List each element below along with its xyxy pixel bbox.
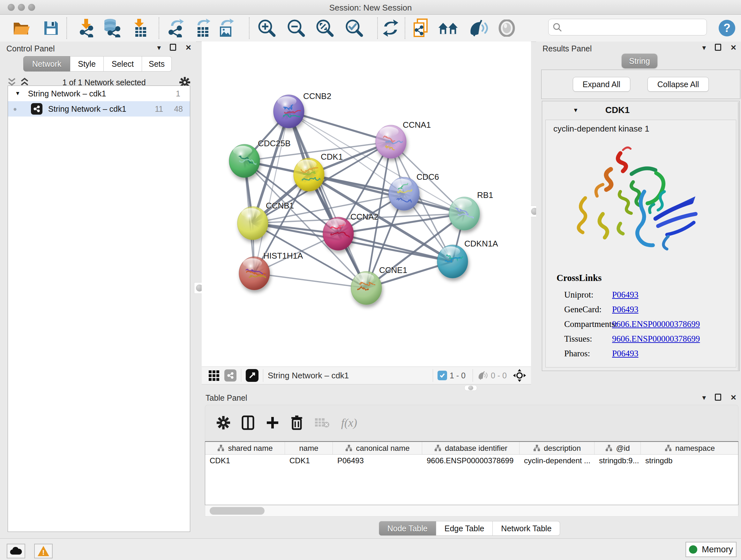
network-row[interactable]: ● String Network – cdk1 11 48: [8, 101, 190, 117]
gene-section-header[interactable]: ▼ CDK1: [542, 101, 739, 119]
create-column-icon[interactable]: [266, 416, 279, 429]
crosslink-link[interactable]: P06493: [612, 305, 638, 314]
save-session-button[interactable]: [41, 18, 61, 38]
cytoscape-app: Session: New Session: [0, 0, 741, 560]
panel-close-icon[interactable]: ✕: [731, 393, 737, 401]
network-edge-CCNB2-CCNE1[interactable]: [289, 111, 366, 288]
panel-menu-icon[interactable]: ▾: [702, 393, 706, 401]
column-header-canonical-name[interactable]: canonical name: [333, 442, 422, 454]
panel-close-icon[interactable]: ✕: [731, 44, 737, 52]
show-all-button[interactable]: [496, 18, 517, 38]
column-header-name[interactable]: name: [285, 442, 333, 454]
network-node-CCNB1[interactable]: [238, 206, 268, 240]
tab-sets[interactable]: Sets: [142, 56, 172, 71]
help-button[interactable]: ?: [717, 18, 737, 38]
refresh-button[interactable]: [381, 18, 401, 38]
panel-float-icon[interactable]: [170, 44, 176, 51]
open-session-button[interactable]: [11, 18, 32, 38]
network-node-HIST1H1A[interactable]: [239, 257, 270, 290]
gray-lens-icon: [498, 19, 515, 37]
tab-network[interactable]: Network: [23, 56, 70, 71]
birds-eye-view-icon[interactable]: [513, 368, 527, 382]
tab-edge-table[interactable]: Edge Table: [436, 521, 493, 536]
first-neighbors-button[interactable]: [438, 18, 458, 38]
network-edge-CCNB2-HIST1H1A[interactable]: [254, 111, 289, 273]
tree-caret-icon[interactable]: ▼: [15, 90, 20, 97]
export-network-button[interactable]: [166, 18, 186, 38]
import-network-from-file-button[interactable]: [76, 18, 96, 38]
network-node-CDC6[interactable]: [389, 177, 419, 210]
delete-table-icon: [314, 417, 330, 428]
zoom-selected-icon: [345, 19, 363, 37]
import-network-from-database-button[interactable]: [102, 18, 122, 38]
search-input[interactable]: [562, 23, 696, 32]
table-cell: P06493: [333, 455, 422, 467]
grid-view-icon[interactable]: [209, 370, 219, 381]
network-node-count: 11: [155, 105, 163, 114]
export-image-button[interactable]: [216, 18, 236, 38]
zoom-out-button[interactable]: [286, 18, 307, 38]
search-field[interactable]: [548, 19, 707, 36]
import-table-icon: [132, 19, 149, 37]
import-table-from-file-button[interactable]: [130, 18, 151, 38]
selected-checkbox-icon[interactable]: [437, 371, 447, 380]
app-store-button[interactable]: [7, 544, 25, 558]
network-view-share-icon[interactable]: [224, 369, 237, 381]
control-panel-tabs: NetworkStyleSelectSets: [23, 56, 172, 71]
network-node-CDK1[interactable]: [293, 158, 324, 191]
node-label-CCNE1: CCNE1: [379, 265, 407, 275]
network-node-CCNB2[interactable]: [273, 95, 305, 128]
zoom-in-button[interactable]: [257, 18, 277, 38]
collapse-all-button[interactable]: Collapse All: [648, 77, 709, 91]
warnings-button[interactable]: !: [34, 544, 53, 558]
network-node-CDC25B[interactable]: [229, 144, 260, 178]
panel-menu-icon[interactable]: ▾: [702, 44, 706, 52]
delete-column-icon[interactable]: [291, 415, 303, 430]
results-scrollbar[interactable]: [738, 102, 739, 370]
crosslink-link[interactable]: 9606.ENSP00000378699: [612, 334, 700, 344]
memory-button[interactable]: Memory: [685, 542, 737, 557]
panel-float-icon[interactable]: [715, 394, 721, 401]
column-header-database-identifier[interactable]: database identifier: [422, 442, 520, 454]
network-node-CDKN1A[interactable]: [437, 245, 468, 278]
tab-style[interactable]: Style: [70, 56, 104, 71]
column-header-shared-name[interactable]: shared name: [205, 442, 285, 454]
column-header-@id[interactable]: @id: [595, 442, 641, 454]
table-hscrollbar[interactable]: [205, 505, 738, 516]
clone-network-button[interactable]: [412, 18, 432, 38]
column-header-namespace[interactable]: namespace: [641, 442, 738, 454]
zoom-selected-button[interactable]: [344, 18, 364, 38]
network-edge-CCNB2-CCNA1[interactable]: [289, 111, 391, 142]
zoom-fit-button[interactable]: [315, 18, 335, 38]
crosslink-link[interactable]: P06493: [612, 290, 638, 300]
column-header-description[interactable]: description: [520, 442, 595, 454]
section-caret-icon[interactable]: ▼: [573, 107, 579, 114]
panel-float-icon[interactable]: [715, 44, 721, 51]
tab-string[interactable]: String: [622, 54, 657, 68]
network-node-CCNA2[interactable]: [323, 217, 354, 250]
crosslink-link[interactable]: P06493: [612, 349, 638, 359]
detach-view-icon[interactable]: [246, 369, 259, 382]
tab-node-table[interactable]: Node Table: [379, 521, 436, 536]
crosslink-link[interactable]: 9606.ENSP00000378699: [612, 319, 700, 329]
panel-menu-icon[interactable]: ▾: [157, 44, 161, 52]
bottom-splitter-handle[interactable]: [464, 385, 477, 391]
tab-select[interactable]: Select: [104, 56, 142, 71]
network-canvas[interactable]: CCNB2CCNA1CDC25BCDK1CDC6RB1CCNB1CCNA2CDK…: [202, 42, 531, 367]
hide-selected-button[interactable]: [468, 18, 489, 38]
table-row[interactable]: CDK1CDK1P064939606.ENSP00000378699cyclin…: [205, 455, 738, 467]
network-node-RB1[interactable]: [449, 197, 480, 230]
node-label-CCNA2: CCNA2: [350, 212, 379, 222]
table-hscroll-thumb[interactable]: [210, 507, 265, 515]
node-label-HIST1H1A: HIST1H1A: [263, 251, 303, 260]
network-edge-CCNE1-HIST1H1A[interactable]: [254, 273, 366, 288]
results-panel-title: Results Panel: [542, 44, 592, 53]
tab-network-table[interactable]: Network Table: [493, 521, 560, 536]
panel-close-icon[interactable]: ✕: [185, 44, 192, 52]
table-settings-gear-icon[interactable]: [217, 416, 230, 429]
show-columns-icon[interactable]: [242, 415, 254, 430]
network-collection-row[interactable]: ▼ String Network – cdk1 1: [8, 86, 190, 101]
expand-all-button[interactable]: Expand All: [573, 77, 630, 91]
network-node-CCNE1[interactable]: [351, 271, 382, 305]
export-table-button[interactable]: [193, 18, 213, 38]
